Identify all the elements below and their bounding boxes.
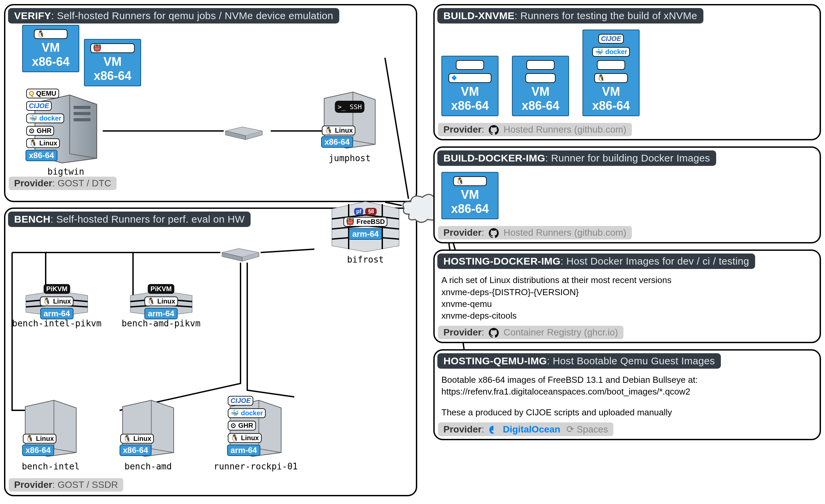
- docker-badge: 🐳docker: [592, 47, 630, 57]
- vm-linux: Linux VMx86-64: [441, 172, 498, 219]
- panel-build-docker: BUILD-DOCKER-IMG: Runner for building Do…: [433, 146, 821, 243]
- hostname: bench-intel-pikvm: [12, 318, 101, 328]
- github-icon: [489, 125, 499, 135]
- arch-badge: arm-64: [349, 228, 382, 240]
- panel-bench-title: BENCH: Self-hosted Runners for perf. eva…: [8, 212, 251, 227]
- tower-bench-intel: Linuxx86-64 bench-intel: [19, 392, 83, 471]
- linux-badge: Linux: [594, 73, 628, 83]
- pikvm-badge: PiKVM: [43, 284, 70, 294]
- cijoe-badge: CIJOE: [598, 34, 624, 44]
- pikvm-badge: PiKVM: [148, 284, 174, 294]
- arch-badge: arm-64: [144, 308, 178, 319]
- ghr-badge: ⊙ GHR: [456, 60, 484, 70]
- linux-badge: Linux: [34, 29, 68, 39]
- arch-badge: x86-64: [120, 445, 151, 456]
- digitalocean-icon: [489, 425, 498, 434]
- linux-badge: Linux: [40, 296, 74, 306]
- cijoe-badge: CIJOE: [228, 396, 253, 406]
- panel-verify-provider: Provider: GOST / DTC: [9, 177, 117, 190]
- ghr-badge: ⊙ GHR: [228, 421, 256, 430]
- jumphost-hostname: jumphost: [329, 153, 371, 163]
- left-column: VERIFY: Self-hosted Runners for qemu job…: [4, 4, 417, 496]
- hostname: bench-amd: [125, 461, 172, 471]
- panel-build-xnvme: BUILD-XNVME: Runners for testing the bui…: [433, 4, 821, 140]
- github-icon: [489, 228, 499, 238]
- docker-badge: 🐳docker: [26, 113, 64, 123]
- vm-macos: ⊙ GHR macOS VMx86-64: [512, 56, 569, 116]
- switch-icon: [224, 121, 264, 141]
- panel-hosting-docker: HOSTING-DOCKER-IMG: Host Docker Images f…: [433, 249, 821, 343]
- svg-rect-2: [74, 106, 91, 109]
- arch-badge: x86-64: [26, 150, 57, 161]
- panel-verify: VERIFY: Self-hosted Runners for qemu job…: [4, 4, 417, 202]
- pfsense-icon: pf: [354, 208, 363, 215]
- tower-bench-amd: Linuxx86-64 bench-amd: [116, 392, 180, 471]
- panel-verify-title: VERIFY: Self-hosted Runners for qemu job…: [8, 8, 339, 24]
- bigtwin-tower-icon: QQEMU CIJOE 🐳docker ⊙ GHR Linux x86-64: [22, 87, 110, 165]
- right-column: BUILD-XNVME: Runners for testing the bui…: [433, 4, 821, 496]
- hostname: bench-intel: [22, 461, 80, 471]
- panel-bench: BENCH: Self-hosted Runners for perf. eva…: [4, 208, 417, 496]
- panel-bench-provider: Provider: GOST / SSDR: [9, 478, 123, 492]
- bifrost-hostname: bifrost: [347, 255, 384, 265]
- ghr-badge: ⊙ GHR: [526, 60, 554, 70]
- macos-badge: macOS: [525, 73, 556, 83]
- linux-badge: Linux: [228, 433, 261, 443]
- svg-rect-28: [490, 431, 491, 432]
- spaces-icon: ⟳: [566, 424, 577, 434]
- linux-badge: Linux: [23, 434, 56, 444]
- freebsd-badge: FreeBSD: [343, 217, 387, 227]
- panel-build-docker-provider: Provider: Hosted Runners (github.com): [438, 226, 632, 240]
- verify-bigtwin-vm-freebsd: FreeBSD VM x86-64: [84, 39, 141, 86]
- arch-badge: arm-64: [40, 308, 74, 319]
- hostname: bench-amd-pikvm: [122, 318, 201, 328]
- linux-badge: Linux: [453, 176, 487, 186]
- svg-rect-3: [74, 112, 91, 115]
- architecture-diagram: VERIFY: Self-hosted Runners for qemu job…: [4, 4, 821, 496]
- qemu-badge: QQEMU: [26, 89, 59, 98]
- tower-runner-rockpi: CIJOE 🐳docker ⊙ GHR Linux arm-64 runner-…: [214, 392, 298, 471]
- panel-hosting-docker-body: A rich set of Linux distributions at the…: [438, 272, 816, 323]
- ghr-badge: ⊙ GHR: [26, 126, 54, 136]
- jumphost-tower-icon: >_ SSH Linux x86-64: [318, 84, 382, 151]
- linux-badge: Linux: [26, 138, 60, 148]
- vm-linux: CIJOE 🐳docker ⊙ GHR Linux VMx86-64: [582, 30, 640, 116]
- windows-badge: Windows: [448, 73, 491, 83]
- rack-bench-intel-pikvm: PiKVM Linux arm-64 bench-intel-pikvm: [12, 286, 101, 328]
- ssh-icon: >_ SSH: [335, 101, 364, 113]
- panel-build-xnvme-title: BUILD-XNVME: Runners for testing the bui…: [437, 8, 703, 24]
- verify-bigtwin-vm-linux: Linux VM x86-64: [22, 25, 79, 72]
- freebsd-badge: FreeBSD: [90, 43, 134, 53]
- rack-bench-amd-pikvm: PiKVM Linux arm-64 bench-amd-pikvm: [122, 286, 201, 328]
- linux-badge: Linux: [144, 296, 178, 306]
- linux-badge: Linux: [120, 434, 154, 444]
- panel-build-docker-title: BUILD-DOCKER-IMG: Runner for building Do…: [437, 150, 716, 166]
- svg-rect-4: [74, 118, 91, 121]
- panel-hosting-docker-title: HOSTING-DOCKER-IMG: Host Docker Images f…: [437, 254, 755, 269]
- ghr-badge: ⊙ GHR: [597, 60, 625, 70]
- panel-hosting-qemu: HOSTING-QEMU-IMG: Host Bootable Qemu Gue…: [433, 349, 821, 440]
- panel-build-xnvme-provider: Provider: Hosted Runners (github.com): [438, 123, 632, 137]
- switch-icon: [220, 242, 261, 263]
- docker-badge: 🐳docker: [228, 408, 266, 418]
- hostname: runner-rockpi-01: [214, 461, 298, 471]
- arch-badge: x86-64: [321, 136, 353, 148]
- panel-hosting-qemu-body: Bootable x86-64 images of FreeBSD 13.1 a…: [438, 372, 816, 420]
- arch-badge: x86-64: [22, 445, 54, 456]
- cijoe-badge: CIJOE: [26, 101, 52, 111]
- s8-icon: §8: [365, 208, 377, 215]
- vm-windows: ⊙ GHR Windows VMx86-64: [441, 56, 498, 116]
- panel-hosting-qemu-provider: Provider: DigitalOcean ⟳ Spaces: [438, 422, 613, 436]
- arch-badge: arm-64: [227, 445, 260, 456]
- panel-hosting-qemu-title: HOSTING-QEMU-IMG: Host Bootable Qemu Gue…: [437, 353, 721, 369]
- svg-rect-27: [490, 432, 492, 433]
- bigtwin-hostname: bigtwin: [47, 167, 84, 177]
- panel-hosting-docker-provider: Provider: Container Registry (ghcr.io): [438, 326, 623, 339]
- github-icon: [489, 328, 499, 338]
- linux-badge: Linux: [322, 126, 355, 135]
